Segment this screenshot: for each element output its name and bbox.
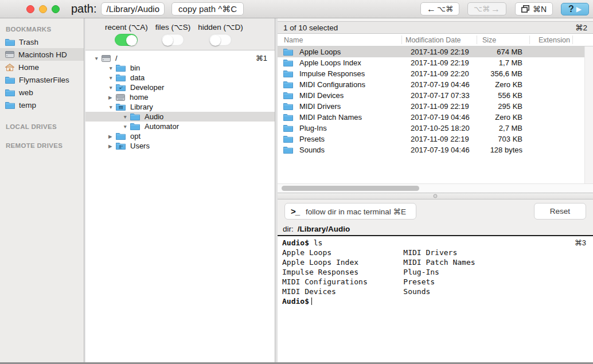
table-row-midi-configurations[interactable]: MIDI Configurations2017-07-19 04:46Zero … — [278, 79, 584, 90]
file-name: MIDI Configurations — [299, 80, 365, 89]
folder-icon — [130, 113, 140, 120]
table-row-presets[interactable]: Presets2017-11-09 22:19703 KB — [278, 134, 584, 144]
folder-icon — [5, 89, 15, 96]
table-row-apple-loops-index[interactable]: Apple Loops Index2017-11-09 22:191,7 MB — [278, 57, 584, 68]
folder-icon — [283, 113, 293, 121]
chevron-right-icon[interactable]: ▶ — [108, 95, 116, 100]
close-button[interactable] — [26, 5, 34, 13]
chevron-down-icon[interactable]: ▼ — [108, 85, 116, 91]
terminal-line: Apple Loops Index MIDI Patch Names — [282, 257, 593, 267]
follow-dir-button[interactable]: >_ follow dir in mac terminal ⌘E — [284, 203, 416, 220]
sidebar-item-trash[interactable]: Trash — [0, 36, 84, 48]
reset-button[interactable]: Reset — [534, 203, 586, 220]
sidebar-item-web[interactable]: web — [0, 86, 84, 99]
forward-button[interactable]: ⌥⌘ → — [467, 2, 506, 15]
table-row-sounds[interactable]: Sounds2017-07-19 04:46128 bytes — [278, 144, 584, 155]
filter-label: recent (⌥A) — [105, 22, 148, 32]
tree-item-label: Library — [130, 103, 153, 111]
tree-item-label: bin — [130, 64, 140, 72]
tree-item-label: Users — [130, 142, 150, 150]
sidebar: BOOKMARKSTrashMacintosh HDHomeFlymasterF… — [0, 18, 84, 362]
tree-row-library[interactable]: ▼Library — [85, 102, 275, 112]
column-header-extension[interactable]: Extension — [530, 36, 573, 44]
back-button[interactable]: ← ⌥⌘ — [420, 2, 459, 15]
terminal-line: Apple Loops MIDI Drivers — [282, 248, 593, 257]
toggle-knob-icon — [210, 35, 221, 46]
file-name: MIDI Drivers — [299, 102, 341, 111]
chevron-down-icon[interactable]: ▼ — [108, 65, 116, 71]
house-icon — [5, 64, 14, 71]
terminal-line: MIDI Devices Sounds — [282, 287, 593, 296]
chevron-down-icon[interactable]: ▼ — [123, 114, 130, 120]
folder-icon — [283, 81, 293, 88]
file-name: Apple Loops — [299, 48, 341, 56]
scrollbar-thumb[interactable] — [282, 186, 419, 191]
sidebar-item-temp[interactable]: temp — [0, 99, 84, 111]
file-name: Presets — [299, 135, 325, 143]
file-modification-date: 2017-07-19 04:46 — [402, 80, 477, 89]
tree-row-opt[interactable]: ▶opt — [85, 131, 275, 141]
tree-row-bin[interactable]: ▼bin — [85, 63, 275, 73]
app-window: path: /Library/Audio copy path ^⌘C ← ⌥⌘ … — [0, 0, 593, 364]
vertical-scrollbar[interactable] — [584, 46, 593, 183]
minimize-button[interactable] — [39, 5, 47, 13]
filter-toggle-hidden-d[interactable] — [209, 34, 232, 46]
sidebar-item-label: Trash — [19, 38, 38, 46]
path-value: /Library/Audio — [106, 4, 159, 14]
tree-row-users[interactable]: ▶Users — [85, 141, 275, 151]
text-cursor — [311, 298, 313, 305]
chevron-right-icon[interactable]: ▶ — [108, 143, 116, 149]
table-row-plug-ins[interactable]: Plug-Ins2017-10-25 18:202,7 MB — [278, 123, 584, 134]
filter-label: files (⌥S) — [155, 22, 190, 32]
tree-row-automator[interactable]: ▼Automator — [85, 122, 275, 131]
tree-row-home[interactable]: ▶home — [85, 92, 275, 102]
file-modification-date: 2017-11-09 22:20 — [402, 69, 477, 78]
tree-row-developer[interactable]: ▼Developer — [85, 83, 275, 92]
chevron-down-icon[interactable]: ▼ — [108, 104, 116, 110]
terminal-shortcut: ⌘3 — [575, 238, 586, 248]
filter-toggle-files-s[interactable] — [161, 34, 184, 46]
table-row-impulse-responses[interactable]: Impulse Responses2017-11-09 22:20356,6 M… — [278, 68, 584, 79]
terminal[interactable]: ⌘3 Audio$ lsApple Loops MIDI DriversAppl… — [278, 235, 593, 362]
folder-icon — [5, 38, 15, 46]
folder-icon — [116, 74, 126, 81]
column-header-modification-date[interactable]: Modification Date — [402, 36, 477, 44]
tree-row-root[interactable]: ▼/⌘1 — [85, 53, 275, 63]
horizontal-scrollbar[interactable] — [278, 183, 593, 193]
terminal-prompt: Audio$ — [282, 238, 309, 247]
tree-row-data[interactable]: ▼data — [85, 73, 275, 83]
sidebar-item-home[interactable]: Home — [0, 61, 84, 73]
copy-path-button[interactable]: copy path ^⌘C — [171, 2, 244, 15]
dir-value: /Library/Audio — [298, 225, 350, 233]
table-row-midi-drivers[interactable]: MIDI Drivers2017-11-09 22:19295 KB — [278, 101, 584, 112]
table-row-midi-devices[interactable]: MIDI Devices2017-07-17 07:33556 KB — [278, 90, 584, 101]
tree-row-audio[interactable]: ▼Audio — [85, 112, 275, 122]
chevron-right-icon[interactable]: ▶ — [108, 134, 116, 139]
sidebar-item-flymasterfiles[interactable]: FlymasterFiles — [0, 73, 84, 86]
column-header-size[interactable]: Size — [477, 36, 530, 44]
file-name: Plug-Ins — [299, 124, 327, 132]
help-button[interactable]: ? ▶ — [561, 3, 589, 15]
sidebar-item-macintosh-hd[interactable]: Macintosh HD — [0, 48, 84, 61]
filter-group: recent (⌥A) — [105, 22, 148, 46]
chevron-down-icon[interactable]: ▼ — [94, 56, 102, 61]
file-name: Apple Loops Index — [299, 58, 361, 67]
filter-toggle-recent-a[interactable] — [115, 34, 138, 46]
tree-panel-shortcut: ⌘1 — [256, 54, 267, 62]
file-tree: ▼/⌘1▼bin▼data▼Developer▶home▼Library▼Aud… — [85, 51, 275, 362]
column-header-name[interactable]: Name — [278, 36, 402, 44]
forward-arrow-icon: → — [491, 5, 500, 14]
back-shortcut: ⌥⌘ — [437, 5, 453, 13]
chevron-down-icon[interactable]: ▼ — [123, 124, 130, 130]
zoom-button[interactable] — [52, 5, 60, 13]
terminal-output: Audio$ lsApple Loops MIDI DriversApple L… — [282, 238, 593, 306]
table-row-apple-loops[interactable]: Apple Loops2017-11-09 22:19674 MB — [278, 46, 584, 57]
folder-icon — [283, 135, 293, 143]
chevron-down-icon[interactable]: ▼ — [108, 75, 116, 81]
splitter-handle[interactable] — [278, 193, 593, 199]
file-size: 128 bytes — [477, 146, 530, 154]
new-window-button[interactable]: ⌘N — [515, 2, 553, 15]
path-input[interactable]: /Library/Audio — [101, 2, 165, 15]
file-size: 356,6 MB — [477, 69, 530, 78]
table-row-midi-patch-names[interactable]: MIDI Patch Names2017-07-19 04:46Zero KB — [278, 112, 584, 123]
